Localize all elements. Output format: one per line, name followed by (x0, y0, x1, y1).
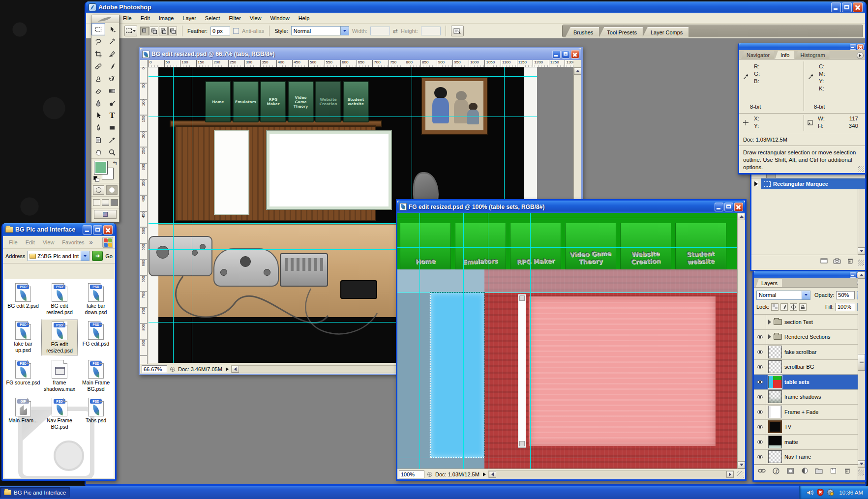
fg-zoom-field[interactable]: 100% (399, 470, 424, 478)
menu-item[interactable]: Help (294, 14, 314, 23)
doc-close-button[interactable] (734, 203, 743, 211)
layer-style-icon[interactable]: f (771, 467, 781, 475)
palette-close-button[interactable] (857, 44, 864, 50)
default-colors-icon[interactable] (93, 176, 99, 182)
file-item[interactable]: fake bar up.psd (5, 320, 41, 355)
visibility-toggle[interactable] (754, 345, 766, 359)
lock-transparency-icon[interactable] (771, 303, 778, 311)
adjustment-layer-icon[interactable] (800, 467, 809, 475)
explorer-file-area[interactable]: BG edit 2.psd BG edit resized.psd (4, 279, 114, 478)
layers-palette-titlebar[interactable] (754, 271, 865, 278)
layer-row[interactable]: Nav Frame (754, 450, 865, 465)
new-layer-icon[interactable] (828, 467, 838, 475)
file-item[interactable]: FG edit.psd (78, 320, 114, 355)
layer-mask-icon[interactable] (785, 467, 795, 475)
burn-tool[interactable] (105, 97, 119, 109)
menu-item[interactable]: Edit (22, 238, 39, 247)
menu-item[interactable]: Filter (224, 14, 245, 23)
layer-thumbnail[interactable] (768, 406, 782, 418)
lock-pixels-icon[interactable] (780, 303, 788, 311)
opacity-field[interactable]: 50% (836, 291, 855, 299)
antialias-checkbox[interactable] (233, 28, 239, 34)
doc-minimize-button[interactable] (552, 50, 561, 59)
fg-selection-marquee[interactable] (430, 293, 484, 458)
file-item[interactable]: Nav Frame BG.psd (41, 396, 78, 431)
fill-field[interactable]: 100% (836, 303, 855, 311)
clock[interactable]: 10:36 AM (839, 490, 863, 496)
blend-mode-select[interactable]: Normal (756, 291, 810, 300)
link-layers-icon[interactable] (757, 467, 767, 475)
intersect-selection-button[interactable] (168, 27, 177, 35)
palette-well-tab[interactable]: Brushes (566, 27, 599, 37)
maximize-button[interactable] (93, 225, 102, 235)
guide[interactable] (149, 117, 537, 117)
guide[interactable] (530, 213, 531, 469)
chevron-down-icon[interactable] (81, 251, 89, 261)
height-input[interactable] (421, 27, 441, 35)
menu-overflow-chevron[interactable]: » (90, 238, 93, 246)
shape-tool[interactable] (105, 121, 119, 134)
magic-wand-tool[interactable] (105, 35, 119, 48)
file-item[interactable]: BG edit resized.psd (41, 282, 78, 317)
trash-icon[interactable] (845, 257, 855, 265)
layer-thumbnail[interactable] (768, 390, 782, 403)
menu-item[interactable]: Image (154, 14, 179, 23)
visibility-toggle[interactable] (754, 315, 766, 329)
lasso-tool[interactable] (91, 35, 105, 48)
bg-zoom-field[interactable]: 66.67% (142, 365, 167, 373)
layer-row[interactable]: Frame + Fade (754, 405, 865, 420)
status-popup-icon[interactable] (483, 472, 486, 476)
guide[interactable] (397, 247, 737, 248)
doc-maximize-button[interactable] (562, 50, 570, 59)
move-tool[interactable] (105, 23, 119, 35)
clone-stamp-tool[interactable] (91, 72, 105, 85)
palette-menu-icon[interactable] (857, 52, 864, 59)
go-button[interactable]: ➜ (92, 251, 103, 261)
brush-tool[interactable] (105, 60, 119, 72)
guide[interactable] (397, 218, 737, 218)
palette-well-tab[interactable]: Layer Comps (643, 27, 688, 37)
file-item[interactable]: Main Frame BG.psd (78, 358, 114, 393)
fg-horizontal-scrollbar[interactable] (488, 470, 734, 478)
bg-document-titlebar[interactable]: BG edit resized.psd @ 66.7% (tabs, RGB/8… (140, 48, 581, 60)
guide[interactable] (149, 76, 537, 77)
visibility-toggle[interactable] (754, 375, 766, 389)
eyedropper-tool[interactable] (105, 134, 119, 146)
maximize-button[interactable] (842, 2, 852, 12)
feather-input[interactable]: 0 px (210, 27, 230, 35)
close-button[interactable] (853, 2, 863, 12)
menu-item[interactable]: View (245, 14, 266, 23)
file-item[interactable]: fake bar down.psd (78, 282, 114, 317)
layer-row[interactable]: section Text (754, 315, 865, 330)
tool-preset-picker[interactable] (124, 26, 137, 36)
close-button[interactable] (103, 225, 113, 235)
resize-grip[interactable] (858, 260, 864, 265)
bg-vertical-ruler[interactable]: 0501001502002503003504004505005506006507… (140, 67, 148, 364)
healing-brush-tool[interactable] (91, 60, 105, 72)
layer-row[interactable]: table sets (754, 375, 865, 390)
palette-tab[interactable]: Info (775, 51, 794, 59)
layer-thumbnail[interactable] (768, 436, 782, 448)
lock-position-icon[interactable] (790, 303, 797, 311)
history-brush-tool[interactable] (105, 72, 119, 85)
style-select[interactable]: Normal (291, 26, 349, 35)
file-item[interactable]: Main-Fram... (5, 396, 41, 431)
jump-to-imageready-button[interactable] (94, 210, 117, 219)
expand-triangle-icon[interactable] (768, 320, 771, 324)
new-group-icon[interactable] (814, 467, 824, 475)
menu-item[interactable]: View (39, 238, 59, 247)
menu-item[interactable]: Layer (178, 14, 201, 23)
history-scrollbar[interactable] (858, 189, 865, 255)
new-selection-button[interactable] (140, 27, 149, 35)
layer-row[interactable]: Rendered Sections (754, 330, 865, 345)
subtract-selection-button[interactable] (159, 27, 168, 35)
layer-row[interactable]: fake scrollbar (754, 345, 865, 360)
status-popup-icon[interactable] (226, 367, 229, 371)
fg-vertical-scrollbar[interactable] (737, 213, 745, 469)
windows-update-icon[interactable] (827, 489, 834, 496)
new-document-from-state-button[interactable] (819, 257, 829, 265)
guide[interactable] (397, 293, 737, 293)
zoom-tool[interactable] (105, 146, 119, 158)
guide[interactable] (488, 213, 488, 469)
info-palette-titlebar[interactable] (739, 43, 865, 50)
